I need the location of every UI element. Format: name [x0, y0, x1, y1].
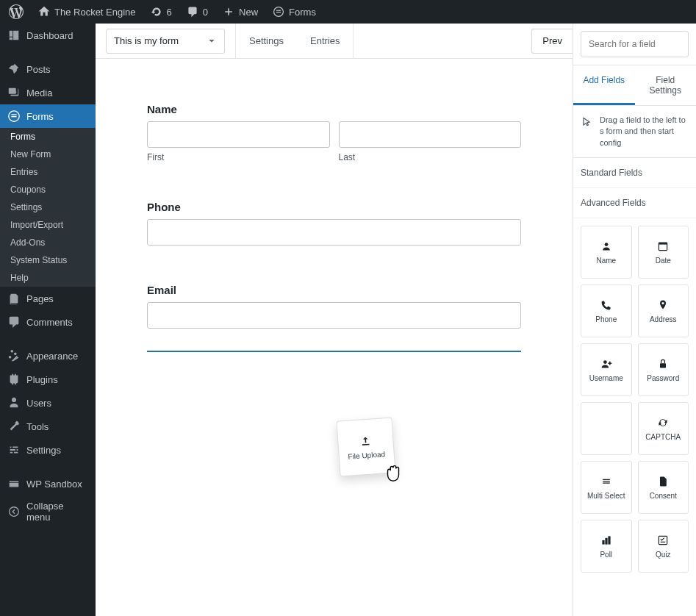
forms-label: Forms: [289, 7, 316, 18]
wordpress-icon: [9, 4, 24, 19]
new-label: New: [239, 7, 258, 18]
new-menu[interactable]: New: [220, 6, 261, 18]
home-icon: [38, 6, 50, 18]
updates-menu[interactable]: 6: [148, 6, 175, 18]
comments-menu[interactable]: 0: [184, 6, 211, 18]
plus-icon: [223, 6, 234, 18]
site-menu[interactable]: The Rocket Engine: [35, 6, 139, 18]
admin-toolbar: The Rocket Engine 6 0 New Forms: [0, 0, 696, 24]
comment-icon: [187, 6, 198, 18]
svg-rect-1: [276, 10, 281, 11]
svg-rect-2: [276, 12, 281, 12]
tab-entries[interactable]: Entries: [297, 24, 353, 24]
comments-count: 0: [203, 7, 208, 18]
site-name: The Rocket Engine: [54, 7, 136, 18]
updates-count: 6: [167, 7, 172, 18]
tab-settings[interactable]: Settings: [236, 24, 297, 24]
editor-tabs: Settings Entries: [235, 24, 354, 24]
forms-menu[interactable]: Forms: [270, 6, 319, 18]
forms-icon: [273, 6, 284, 18]
update-icon: [151, 6, 162, 18]
wp-logo[interactable]: [6, 4, 26, 19]
